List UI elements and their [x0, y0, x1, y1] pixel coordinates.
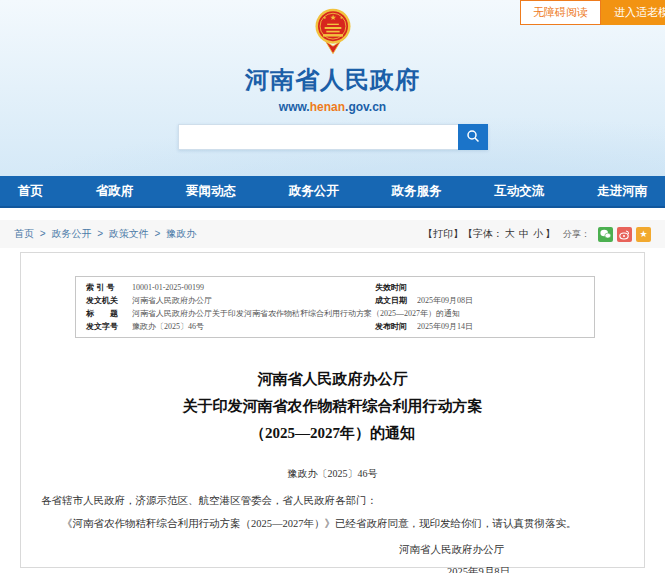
nav-item-about-henan[interactable]: 走进河南 [597, 183, 647, 200]
share-label: 分享： [563, 228, 590, 241]
document-salutation: 各省辖市人民政府，济源示范区、航空港区管委会，省人民政府各部门： [41, 494, 624, 508]
search-bar [178, 124, 488, 150]
nav-item-govt-services[interactable]: 政务服务 [392, 183, 442, 200]
font-size-small-button[interactable]: 小 [533, 228, 543, 239]
document-title-line2: 关于印发河南省农作物秸秆综合利用行动方案 [21, 393, 644, 420]
site-header: 无障碍阅读 进入适老模式 ★ ★ ★ 河南省人民政府 [0, 0, 665, 176]
search-button[interactable] [458, 124, 488, 150]
breadcrumb: 首页 > 政务公开 > 政策文件 > 豫政办 [14, 227, 196, 241]
meta-docno-label: 发文字号 [76, 320, 132, 333]
document-meta-table: 索 引 号 10001-01-2025-00199 失效时间 发文机关 河南省人… [75, 276, 595, 338]
meta-written-date-label: 成文日期 [365, 294, 417, 307]
favorite-star-icon[interactable]: ★ [636, 227, 651, 242]
search-icon [466, 129, 480, 146]
breadcrumb-separator: > [97, 228, 103, 239]
breadcrumb-govt-affairs[interactable]: 政务公开 [51, 228, 91, 239]
meta-publish-date-label: 发布时间 [365, 320, 417, 333]
top-actions: 无障碍阅读 进入适老模式 [520, 0, 665, 25]
wechat-share-icon[interactable] [598, 227, 613, 242]
document-title-line1: 河南省人民政府办公厅 [21, 366, 644, 393]
meta-invalid-date-value [417, 281, 592, 294]
meta-index-label: 索 引 号 [76, 281, 132, 294]
document-signature: 河南省人民政府办公厅 [21, 543, 644, 557]
nav-item-news[interactable]: 要闻动态 [186, 183, 236, 200]
breadcrumb-separator: > [40, 228, 46, 239]
nav-item-govt-affairs[interactable]: 政务公开 [289, 183, 339, 200]
meta-written-date-value: 2025年09月08日 [417, 294, 592, 307]
url-prefix: www. [279, 100, 310, 114]
print-button[interactable]: 【打印】 [423, 227, 463, 241]
meta-docno-value: 豫政办〔2025〕46号 [132, 320, 365, 333]
site-url: www.henan.gov.cn [0, 100, 665, 114]
meta-publish-date-value: 2025年09月14日 [417, 320, 592, 333]
nav-item-home[interactable]: 首页 [18, 183, 43, 200]
site-title[interactable]: 河南省人民政府 [0, 64, 665, 96]
document-panel: 索 引 号 10001-01-2025-00199 失效时间 发文机关 河南省人… [20, 252, 645, 568]
meta-issuer-value: 河南省人民政府办公厅 [132, 294, 365, 307]
page: 无障碍阅读 进入适老模式 ★ ★ ★ 河南省人民政府 [0, 0, 665, 573]
barrier-free-button[interactable]: 无障碍阅读 [520, 0, 601, 25]
font-size-control: 【字体：大中小】 [463, 227, 555, 241]
national-emblem-icon: ★ ★ ★ [313, 7, 353, 57]
font-size-medium-button[interactable]: 中 [519, 228, 529, 239]
breadcrumb-home[interactable]: 首页 [14, 228, 34, 239]
elder-mode-button[interactable]: 进入适老模式 [601, 0, 665, 25]
document-title: 河南省人民政府办公厅 关于印发河南省农作物秸秆综合利用行动方案 （2025—20… [21, 366, 644, 447]
document-title-line3: （2025—2027年）的通知 [21, 420, 644, 447]
search-input[interactable] [178, 124, 458, 150]
meta-title-value: 河南省人民政府办公厅关于印发河南省农作物秸秆综合利用行动方案（2025—2027… [132, 307, 592, 320]
breadcrumb-separator: > [155, 228, 161, 239]
font-size-label: 【字体： [463, 228, 503, 239]
breadcrumb-toolbar: 首页 > 政务公开 > 政策文件 > 豫政办 【打印】 【字体：大中小】 分享： [0, 220, 665, 248]
font-size-large-button[interactable]: 大 [505, 228, 515, 239]
weibo-share-icon[interactable] [617, 227, 632, 242]
nav-item-interaction[interactable]: 互动交流 [494, 183, 544, 200]
document-number: 豫政办〔2025〕46号 [21, 467, 644, 481]
svg-text:★: ★ [329, 13, 336, 22]
document-sign-date: 2025年9月8日 [21, 565, 644, 573]
meta-issuer-label: 发文机关 [76, 294, 132, 307]
breadcrumb-policy-documents[interactable]: 政策文件 [109, 228, 149, 239]
meta-invalid-date-label: 失效时间 [365, 281, 417, 294]
nav-item-provincial-govt[interactable]: 省政府 [96, 183, 134, 200]
page-tools: 【打印】 【字体：大中小】 分享： ★ [423, 227, 651, 242]
url-suffix: .gov.cn [345, 100, 386, 114]
font-size-label-end: 】 [545, 228, 555, 239]
document-paragraph: 《河南省农作物秸秆综合利用行动方案（2025—2027年）》已经省政府同意，现印… [41, 517, 624, 531]
url-domain: henan [310, 100, 345, 114]
meta-title-label: 标 题 [76, 307, 132, 320]
main-nav: 首页 省政府 要闻动态 政务公开 政务服务 互动交流 走进河南 [0, 176, 665, 208]
breadcrumb-yuzhengban[interactable]: 豫政办 [166, 228, 196, 239]
meta-index-value: 10001-01-2025-00199 [132, 281, 365, 294]
